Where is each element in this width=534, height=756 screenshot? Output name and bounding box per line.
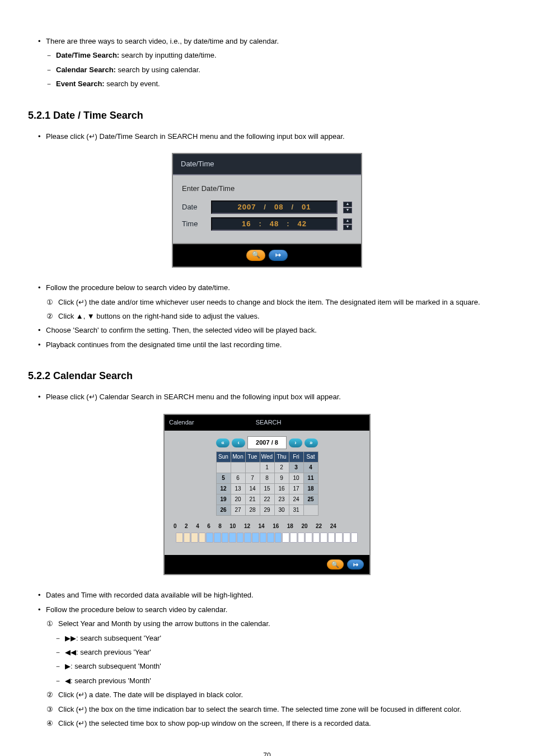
calendar-day[interactable]: 5 <box>216 473 231 484</box>
time-slot[interactable] <box>328 533 335 543</box>
search-button[interactable]: 🔍 <box>246 250 265 261</box>
date-field[interactable]: 2007/ 08/ 01 <box>211 200 338 214</box>
time-slot[interactable] <box>214 533 221 543</box>
day-head: Thu <box>274 452 289 463</box>
calendar-day[interactable]: 29 <box>260 505 274 516</box>
calendar-day[interactable]: 13 <box>231 484 245 494</box>
time-slot[interactable] <box>206 533 213 543</box>
time-slot[interactable] <box>252 533 259 543</box>
calendar-day[interactable]: 31 <box>289 505 303 516</box>
calendar-day[interactable]: 19 <box>216 494 231 505</box>
time-slot[interactable] <box>229 533 236 543</box>
day-head: Tue <box>245 452 260 463</box>
time-slot-bar[interactable] <box>176 533 362 543</box>
calendar-day <box>231 463 245 473</box>
time-slot[interactable] <box>244 533 251 543</box>
heading-522: 5.2.2 Calendar Search <box>28 367 500 385</box>
time-slot[interactable] <box>184 533 191 543</box>
time-spinner[interactable]: ▲ ▼ <box>343 218 352 230</box>
calendar-day[interactable]: 10 <box>289 473 303 484</box>
calendar-day[interactable]: 21 <box>245 494 260 505</box>
exit-button[interactable]: ↦ <box>269 250 288 261</box>
next-year-button[interactable]: » <box>305 438 318 447</box>
down-icon: ▼ <box>343 208 352 213</box>
proc-521: •Follow the procedure below to search vi… <box>38 281 500 351</box>
lead-522: • Please click (↵) Calendar Search in SE… <box>38 390 500 403</box>
time-slot[interactable] <box>275 533 282 543</box>
datetime-panel: Date/Time Enter Date/Time Date 2007/ 08/… <box>172 153 362 268</box>
time-row: Time 16: 48: 42 ▲ ▼ <box>182 217 352 231</box>
time-slot[interactable] <box>199 533 206 543</box>
time-slot[interactable] <box>176 533 183 543</box>
calendar-day[interactable]: 16 <box>274 484 289 494</box>
calendar-day <box>245 463 260 473</box>
calendar-day[interactable]: 6 <box>231 473 245 484</box>
calendar-day[interactable]: 24 <box>289 494 303 505</box>
hours-axis: 024681012141618202224 <box>174 521 362 531</box>
prev-year-button[interactable]: « <box>216 438 229 447</box>
day-head: Sat <box>303 452 318 463</box>
day-head: Sun <box>216 452 231 463</box>
calendar-day <box>216 463 231 473</box>
calendar-day[interactable]: 22 <box>260 494 274 505</box>
time-slot[interactable] <box>320 533 327 543</box>
up-icon: ▲ <box>343 218 352 224</box>
down-icon: ▼ <box>343 225 352 230</box>
time-slot[interactable] <box>222 533 229 543</box>
day-head: Mon <box>231 452 245 463</box>
calendar-day[interactable]: 14 <box>245 484 260 494</box>
time-slot[interactable] <box>267 533 274 543</box>
next-month-button[interactable]: › <box>289 438 302 447</box>
time-slot[interactable] <box>237 533 244 543</box>
calendar-day[interactable]: 27 <box>231 505 245 516</box>
heading-521: 5.2.1 Date / Time Search <box>28 106 500 124</box>
datetime-title: Date/Time <box>173 154 361 175</box>
time-slot[interactable] <box>290 533 297 543</box>
search-button[interactable]: 🔍 <box>327 559 344 570</box>
calendar-day[interactable]: 23 <box>274 494 289 505</box>
time-slot[interactable] <box>351 533 358 543</box>
calendar-day[interactable]: 4 <box>303 463 318 473</box>
calendar-day[interactable]: 20 <box>231 494 245 505</box>
calendar-day[interactable]: 17 <box>289 484 303 494</box>
time-slot[interactable] <box>298 533 305 543</box>
calendar-day[interactable]: 18 <box>303 484 318 494</box>
calendar-day[interactable]: 30 <box>274 505 289 516</box>
proc-522: •Dates and Time with recorded data avail… <box>38 589 500 730</box>
calendar-grid: SunMonTueWedThuFriSat 123456789101112131… <box>216 451 318 516</box>
time-slot[interactable] <box>313 533 320 543</box>
day-head: Wed <box>260 452 274 463</box>
exit-button[interactable]: ↦ <box>347 559 364 570</box>
calendar-day[interactable]: 3 <box>289 463 303 473</box>
calendar-day[interactable]: 28 <box>245 505 260 516</box>
prev-month-button[interactable]: ‹ <box>232 438 245 447</box>
lead-521: • Please click (↵) Date/Time Search in S… <box>38 130 500 143</box>
time-slot[interactable] <box>282 533 289 543</box>
time-slot[interactable] <box>335 533 343 543</box>
time-slot[interactable] <box>191 533 198 543</box>
calendar-day[interactable]: 9 <box>274 473 289 484</box>
time-field[interactable]: 16: 48: 42 <box>211 217 338 231</box>
day-head: Fri <box>289 452 303 463</box>
time-slot[interactable] <box>343 533 350 543</box>
calendar-day[interactable]: 8 <box>260 473 274 484</box>
calendar-day[interactable]: 11 <box>303 473 318 484</box>
calendar-day[interactable]: 25 <box>303 494 318 505</box>
page-number: 70 <box>34 750 500 756</box>
intro: •There are three ways to search video, i… <box>38 35 500 91</box>
calendar-day[interactable]: 2 <box>274 463 289 473</box>
calendar-day[interactable]: 26 <box>216 505 231 516</box>
calendar-day[interactable]: 1 <box>260 463 274 473</box>
up-icon: ▲ <box>343 202 352 207</box>
date-spinner[interactable]: ▲ ▼ <box>343 202 352 213</box>
calendar-day[interactable]: 7 <box>245 473 260 484</box>
period-label: 2007 / 8 <box>247 436 287 450</box>
calendar-day <box>303 505 318 516</box>
calendar-day[interactable]: 12 <box>216 484 231 494</box>
date-row: Date 2007/ 08/ 01 ▲ ▼ <box>182 200 352 214</box>
time-slot[interactable] <box>260 533 267 543</box>
time-slot[interactable] <box>305 533 312 543</box>
calendar-panel: Calendar SEARCH « ‹ 2007 / 8 › » SunMonT… <box>163 414 371 576</box>
calendar-day[interactable]: 15 <box>260 484 274 494</box>
